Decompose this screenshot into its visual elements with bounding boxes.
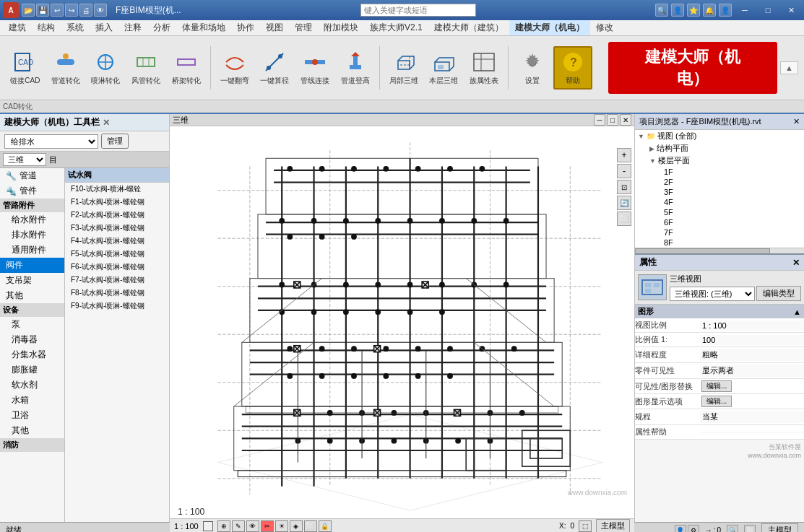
tree-bathroom[interactable]: 卫浴: [0, 408, 64, 423]
ribbon-btn-calc-dia[interactable]: 一键算径: [256, 46, 295, 90]
tree-other-1[interactable]: 其他: [0, 288, 64, 303]
tree-structural[interactable]: ▶ 结构平面: [635, 142, 804, 154]
tree-7f[interactable]: 7F: [635, 227, 804, 237]
tree-1f[interactable]: 1F: [635, 167, 804, 177]
ribbon-btn-pipe-convert[interactable]: 管道转化: [46, 46, 85, 90]
valve-item-1[interactable]: F1-试水阀-喷淋-螺铨钢: [65, 196, 169, 209]
main-model-btn[interactable]: 主模型: [596, 519, 630, 532]
snapping-btn[interactable]: ⊕: [217, 520, 230, 532]
ribbon-btn-local-3d[interactable]: 局部三维: [384, 46, 423, 90]
tree-pipe[interactable]: 🔧 管道: [0, 168, 64, 183]
tree-drainage[interactable]: 排水附件: [0, 227, 64, 243]
manage-btn[interactable]: 管理: [101, 134, 129, 149]
menu-view[interactable]: 视图: [260, 20, 289, 35]
prop-edit-graphic-btn[interactable]: 编辑...: [701, 396, 732, 407]
tree-water-tank[interactable]: 水箱: [0, 393, 64, 408]
tree-hscrollbar[interactable]: [635, 248, 804, 253]
search-input[interactable]: [360, 4, 476, 17]
hide-unhide-btn[interactable]: 👁: [246, 520, 259, 532]
redo-icon[interactable]: ↪: [65, 4, 78, 17]
ribbon-btn-floor-3d[interactable]: 本层三维: [425, 46, 464, 90]
tree-6f[interactable]: 6F: [635, 217, 804, 227]
tree-views[interactable]: ▼ 📁 视图 (全部): [635, 130, 804, 142]
menu-insert[interactable]: 插入: [90, 20, 118, 35]
menu-mass[interactable]: 体量和场地: [176, 20, 231, 35]
print-icon[interactable]: 🖨: [79, 4, 92, 17]
view-close-btn[interactable]: ✕: [620, 114, 631, 126]
main-model-status[interactable]: 主模型: [761, 523, 798, 532]
ribbon-btn-tray-convert[interactable]: 桥架转化: [167, 46, 206, 90]
valve-item-2[interactable]: F2-试水阀-喷淋-螺铨钢: [65, 209, 169, 222]
tree-3f[interactable]: 3F: [635, 187, 804, 197]
menu-analysis[interactable]: 分析: [147, 20, 176, 35]
category-dropdown[interactable]: 给排水 暖通 电气: [4, 134, 98, 149]
tree-floor-plans[interactable]: ▼ 楼层平面: [635, 154, 804, 167]
view-maximize-btn[interactable]: □: [607, 114, 618, 126]
tree-fitting[interactable]: 🔩 管件: [0, 183, 64, 199]
undo-icon[interactable]: ↩: [51, 4, 64, 17]
bell-icon[interactable]: 🔔: [703, 4, 716, 17]
close-browser-btn[interactable]: ✕: [793, 117, 800, 126]
valve-item-7[interactable]: F7-试水阀-喷淋-螺铨钢: [65, 274, 169, 287]
save-icon[interactable]: 💾: [36, 4, 49, 17]
dimension-select[interactable]: 三维 二维: [3, 153, 46, 166]
render-btn[interactable]: ◈: [290, 520, 303, 532]
ribbon-btn-settings[interactable]: 设置: [513, 46, 552, 90]
tree-expansion-tank[interactable]: 膨胀罐: [0, 362, 64, 378]
full-nav-btn[interactable]: ⬜: [744, 525, 756, 533]
edit-type-btn[interactable]: 编辑类型: [756, 286, 801, 301]
status-icon-1[interactable]: 👤: [675, 525, 686, 533]
tree-equipment[interactable]: 设备: [0, 303, 64, 317]
zoom-status-btn[interactable]: 🔍: [727, 525, 738, 533]
ribbon-btn-pipe-connect[interactable]: 管线连接: [295, 46, 334, 90]
sun-path-btn[interactable]: ☀: [275, 520, 288, 532]
ribbon-btn-family-table[interactable]: 族属性表: [464, 46, 503, 90]
menu-manage[interactable]: 管理: [289, 20, 318, 35]
star-icon[interactable]: ⭐: [687, 4, 700, 17]
ribbon-btn-sprinkler-convert[interactable]: 喷淋转化: [87, 46, 126, 90]
zoom-in-btn[interactable]: +: [617, 148, 631, 162]
props-group-graphics[interactable]: 图形 ▲: [635, 305, 804, 318]
tree-8f[interactable]: 8F: [635, 237, 804, 248]
ribbon-btn-pipe-rise[interactable]: 管道登高: [336, 46, 375, 90]
menu-system[interactable]: 系统: [61, 20, 90, 35]
tree-disinfector[interactable]: 消毒器: [0, 332, 64, 347]
valve-item-3[interactable]: F3-试水阀-喷淋-螺铨钢: [65, 222, 169, 235]
account-icon[interactable]: 👤: [719, 4, 732, 17]
menu-annotation[interactable]: 注释: [118, 20, 147, 35]
valve-item-4[interactable]: F4-试水阀-喷淋-螺铨钢: [65, 235, 169, 248]
tree-5f[interactable]: 5F: [635, 207, 804, 217]
menu-architecture[interactable]: 建筑: [3, 20, 32, 35]
view-mode-btn[interactable]: [203, 521, 213, 531]
tree-hanger[interactable]: 支吊架: [0, 273, 64, 288]
tree-valve[interactable]: 阀件: [0, 258, 64, 273]
valve-item-8[interactable]: F8-试水阀-喷淋-螺铨钢: [65, 287, 169, 300]
ribbon-btn-link-cad[interactable]: CAD 链接CAD: [6, 46, 45, 90]
valve-item-6[interactable]: F6-试水阀-喷淋-螺铨钢: [65, 261, 169, 274]
ribbon-btn-duct-convert[interactable]: 风管转化: [126, 46, 165, 90]
expand-ribbon-btn[interactable]: ▲: [780, 61, 798, 74]
fit-view-btn[interactable]: ⊡: [617, 180, 631, 194]
close-panel-btn[interactable]: ✕: [103, 118, 110, 128]
menu-family[interactable]: 族库大师V2.1: [364, 20, 428, 35]
tree-water-supply[interactable]: 给水附件: [0, 212, 64, 227]
view-type-dropdown[interactable]: 三维视图: (三维): [670, 287, 755, 301]
close-props-btn[interactable]: ✕: [792, 258, 800, 268]
3d-nav-btn[interactable]: 🔄: [617, 196, 631, 210]
valve-item-9[interactable]: F9-试水阀-喷淋-螺铨钢: [65, 300, 169, 313]
tree-other-2[interactable]: 其他: [0, 423, 64, 438]
user-icon[interactable]: 👤: [671, 4, 684, 17]
tree-separator[interactable]: 分集水器: [0, 347, 64, 362]
valve-item-0[interactable]: F10-试水阀-喷淋-螺铨: [65, 183, 169, 196]
zoom-icon[interactable]: 🔍: [655, 4, 668, 17]
cut-profile-btn[interactable]: ✂: [261, 520, 274, 532]
status-icon-2[interactable]: ⚙: [688, 525, 699, 533]
view-minimize-btn[interactable]: ─: [594, 114, 605, 126]
tree-fire[interactable]: 消防: [0, 438, 64, 452]
ribbon-btn-help[interactable]: ? 帮助: [553, 46, 592, 90]
valve-item-5[interactable]: F5-试水阀-喷淋-螺铨钢: [65, 248, 169, 261]
open-icon[interactable]: 📂: [22, 4, 35, 17]
3d-viewport[interactable]: 1 : 100 + - ⊡ 🔄 ⬜ www.downxia.com: [170, 126, 634, 518]
prop-edit-visibility-btn[interactable]: 编辑...: [701, 380, 732, 392]
tree-4f[interactable]: 4F: [635, 197, 804, 207]
